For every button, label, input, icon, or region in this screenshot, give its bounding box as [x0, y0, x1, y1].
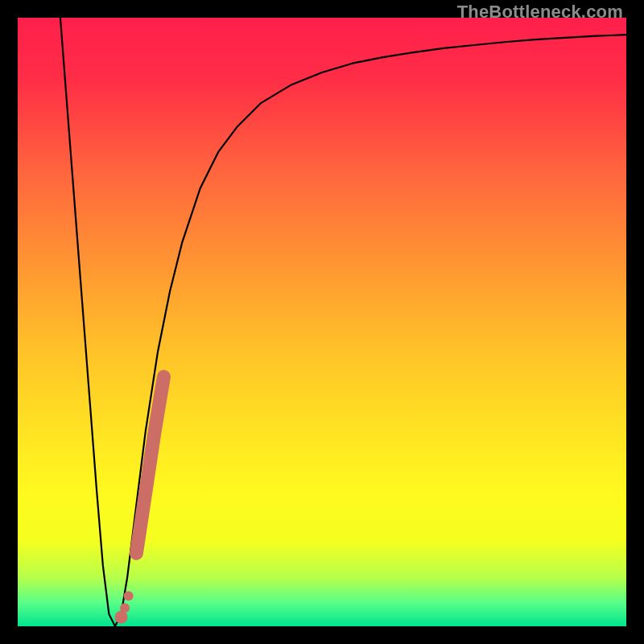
chart-frame — [18, 18, 626, 626]
gradient-background — [18, 18, 626, 626]
watermark-text: TheBottleneck.com — [457, 2, 623, 23]
marker-dot — [124, 591, 134, 601]
bottleneck-plot — [18, 18, 626, 626]
marker-dot — [120, 603, 130, 613]
